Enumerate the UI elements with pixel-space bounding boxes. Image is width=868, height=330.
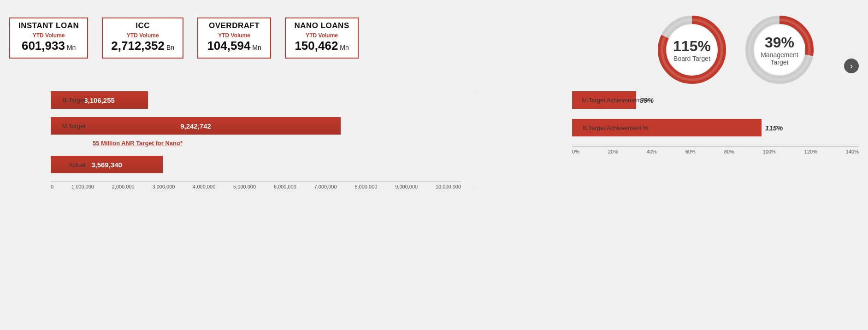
loan-card-value: 150,462Mn bbox=[294, 39, 349, 53]
loan-card-unit: Mn bbox=[67, 44, 76, 51]
right-x-axis-label: 0% bbox=[572, 149, 579, 154]
loan-card-value: 2,712,352Bn bbox=[111, 39, 174, 53]
loan-card-title: INSTANT LOAN bbox=[18, 21, 79, 30]
left-x-axis: 01,000,0002,000,0003,000,0004,000,0005,0… bbox=[51, 182, 461, 189]
gauge-pct: 115% bbox=[673, 38, 711, 55]
loan-card-value: 104,594Mn bbox=[207, 39, 262, 53]
next-button[interactable]: › bbox=[844, 59, 859, 73]
loan-card-label: YTD Volume bbox=[294, 32, 349, 39]
right-x-axis-label: 80% bbox=[724, 149, 734, 154]
right-bar-row: M.Target Achievement % 39% bbox=[572, 91, 859, 109]
right-x-axis-label: 140% bbox=[846, 149, 859, 154]
gauges-area: 115% Board Target 39% ManagementTarget bbox=[655, 13, 816, 87]
left-bar-row: Actual 3,569,340 bbox=[51, 156, 461, 173]
loan-card-title: NANO LOANS bbox=[294, 21, 349, 30]
gauge-board-target-gauge: 115% Board Target bbox=[655, 13, 729, 87]
right-x-axis-label: 20% bbox=[608, 149, 618, 154]
loan-card-instant-loan: INSTANT LOAN YTD Volume 601,933Mn bbox=[9, 18, 88, 59]
annotation-row: 55 Million ANR Target for Nano* bbox=[51, 138, 461, 147]
x-axis-label: 9,000,000 bbox=[395, 184, 418, 189]
left-bar-row: B.Target 3,106,255 bbox=[51, 91, 461, 109]
gauge-type-label: ManagementTarget bbox=[761, 51, 798, 66]
gauge-inner: 115% Board Target bbox=[673, 38, 711, 62]
x-axis-label: 6,000,000 bbox=[274, 184, 296, 189]
gauge-pct: 39% bbox=[761, 34, 798, 51]
x-axis-label: 8,000,000 bbox=[354, 184, 377, 189]
x-axis-label: 7,000,000 bbox=[314, 184, 337, 189]
right-x-axis: 0%20%40%60%80%100%120%140% bbox=[572, 147, 859, 154]
loan-card-icc: ICC YTD Volume 2,712,352Bn bbox=[102, 18, 183, 59]
gauge-management-target-gauge: 39% ManagementTarget bbox=[743, 13, 816, 87]
x-axis-label: 3,000,000 bbox=[153, 184, 175, 189]
loan-cards: INSTANT LOAN YTD Volume 601,933Mn ICC YT… bbox=[9, 18, 359, 59]
gauge-inner: 39% ManagementTarget bbox=[761, 34, 798, 66]
x-axis-label: 10,000,000 bbox=[436, 184, 461, 189]
right-x-axis-label: 120% bbox=[804, 149, 817, 154]
left-chart: B.Target 3,106,255 M.Target 9,242,742 55… bbox=[9, 91, 475, 189]
right-bar-label: M.Target Achievement % bbox=[572, 97, 653, 104]
x-axis-label: 4,000,000 bbox=[193, 184, 215, 189]
x-axis-label: 5,000,000 bbox=[233, 184, 256, 189]
right-x-axis-label: 60% bbox=[685, 149, 696, 154]
right-bar-chart: M.Target Achievement % 39% B.Target Achi… bbox=[489, 91, 859, 154]
left-bar-label: Actual bbox=[51, 161, 90, 168]
loan-card-nano-loans: NANO LOANS YTD Volume 150,462Mn bbox=[285, 18, 359, 59]
x-axis-label: 2,000,000 bbox=[112, 184, 135, 189]
charts-section: B.Target 3,106,255 M.Target 9,242,742 55… bbox=[9, 91, 859, 189]
loan-card-unit: Mn bbox=[340, 44, 348, 51]
annotation-link: 55 Million ANR Target for Nano* bbox=[93, 140, 183, 147]
loan-card-label: YTD Volume bbox=[207, 32, 262, 39]
gauge-type-label: Board Target bbox=[673, 55, 711, 62]
x-axis-label: 1,000,000 bbox=[71, 184, 94, 189]
gauges-and-nav: 115% Board Target 39% ManagementTarget › bbox=[655, 18, 859, 87]
loan-card-label: YTD Volume bbox=[111, 32, 174, 39]
left-bar-fill: 9,242,742 bbox=[51, 117, 341, 135]
left-x-axis-container: 01,000,0002,000,0003,000,0004,000,0005,0… bbox=[51, 182, 461, 189]
loan-card-unit: Bn bbox=[166, 44, 174, 51]
loan-card-overdraft: OVERDRAFT YTD Volume 104,594Mn bbox=[197, 18, 271, 59]
left-bar-row: M.Target 9,242,742 bbox=[51, 117, 461, 135]
right-bar-label: B.Target Achievement % bbox=[572, 124, 653, 131]
left-bar-chart: B.Target 3,106,255 M.Target 9,242,742 55… bbox=[9, 91, 461, 189]
left-bar-label: B.Target bbox=[51, 97, 90, 104]
loan-card-label: YTD Volume bbox=[18, 32, 79, 39]
right-x-axis-label: 40% bbox=[647, 149, 657, 154]
loan-card-value: 601,933Mn bbox=[18, 39, 79, 53]
right-x-axis-label: 100% bbox=[763, 149, 776, 154]
top-section: INSTANT LOAN YTD Volume 601,933Mn ICC YT… bbox=[9, 18, 859, 87]
right-bar-row: B.Target Achievement % 115% bbox=[572, 119, 859, 136]
loan-card-unit: Mn bbox=[252, 44, 261, 51]
loan-card-title: ICC bbox=[111, 21, 174, 30]
left-bar-label: M.Target bbox=[51, 123, 90, 130]
right-chart-inner: M.Target Achievement % 39% B.Target Achi… bbox=[572, 91, 859, 154]
right-bar-value: 115% bbox=[765, 124, 783, 132]
x-axis-label: 0 bbox=[51, 184, 53, 189]
left-bar-bg: 9,242,742 bbox=[51, 117, 341, 135]
main-container: INSTANT LOAN YTD Volume 601,933Mn ICC YT… bbox=[0, 0, 868, 330]
loan-card-title: OVERDRAFT bbox=[207, 21, 262, 30]
right-chart: M.Target Achievement % 39% B.Target Achi… bbox=[475, 91, 859, 189]
